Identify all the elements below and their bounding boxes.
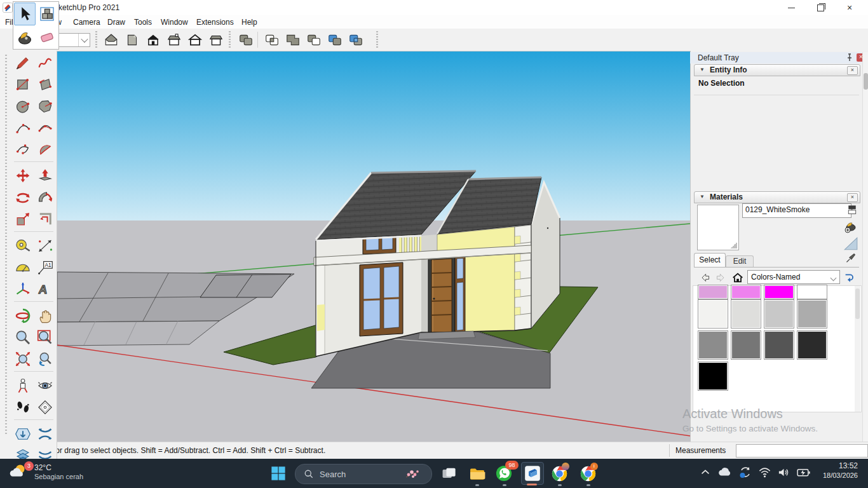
rectangle-tool[interactable] [11,74,34,95]
follow-me-tool[interactable] [34,187,56,208]
toolbar-grip[interactable] [376,31,378,48]
volume-icon[interactable] [777,466,790,482]
house-model[interactable] [314,171,560,356]
tab-edit[interactable]: Edit [726,255,754,267]
minimize-button[interactable] [776,0,806,15]
pan-tool[interactable] [34,305,56,327]
arc-tool[interactable] [11,117,34,139]
circle-tool[interactable] [11,95,34,117]
tray-scrollbar[interactable] [862,52,868,442]
start-button[interactable] [269,464,287,482]
rotated-rectangle-tool[interactable] [34,74,56,95]
menu-camera[interactable]: Camera [71,17,102,27]
material-swatch[interactable] [731,299,761,329]
walk-tool[interactable] [11,396,34,418]
search-box[interactable]: Search [295,464,432,484]
front-view-button[interactable] [144,30,163,49]
collapse-triangle-icon[interactable]: ▼ [700,67,705,72]
outer-shell-button[interactable] [236,30,255,49]
polygon-tool[interactable] [34,95,56,117]
make-component-tool[interactable] [36,3,58,25]
swatch-scrollbar[interactable] [855,286,860,412]
look-around-tool[interactable] [34,375,56,396]
pie-tool[interactable] [34,139,56,160]
default-material-icon[interactable] [843,236,859,254]
entity-info-header[interactable]: ▼ Entity Info × [694,64,860,76]
menu-window[interactable]: Window [159,17,190,27]
material-swatch[interactable] [698,362,728,391]
rotate-tool[interactable] [11,187,34,208]
select-tool[interactable] [14,3,36,25]
paint-bucket-tool[interactable] [14,26,36,49]
material-swatch[interactable] [698,330,728,360]
iso-view-button[interactable] [102,30,121,49]
details-arrow-icon[interactable] [843,271,857,284]
hidden-icons-chevron[interactable] [699,466,712,481]
style-combo[interactable] [56,33,90,47]
close-button[interactable]: × [835,0,864,15]
right-view-button[interactable] [207,30,226,49]
materials-close-button[interactable]: × [847,193,858,202]
previous-view-tool[interactable] [34,348,56,370]
material-swatch[interactable] [731,330,761,360]
material-swatch[interactable] [764,285,794,299]
position-camera-tool[interactable] [11,375,34,396]
battery-icon[interactable] [796,465,811,482]
create-material-icon[interactable] [843,220,857,236]
menu-draw[interactable]: Draw [105,17,127,27]
material-swatch[interactable] [698,285,728,299]
intersect-button[interactable] [262,30,281,49]
top-view-button[interactable] [123,30,142,49]
push-pull-tool[interactable] [34,165,56,187]
restore-button[interactable] [806,0,835,15]
task-view-button[interactable] [440,464,458,482]
protractor-tool[interactable] [11,257,34,278]
file-explorer-icon[interactable] [468,464,485,482]
zoom-extents-tool[interactable] [11,348,34,370]
entity-info-close-button[interactable]: × [847,66,858,75]
forward-arrow-icon[interactable] [714,271,728,284]
back-arrow-icon[interactable] [698,271,712,284]
line-tool[interactable] [11,52,34,74]
3d-text-tool[interactable]: A [34,278,56,300]
menu-extensions[interactable]: Extensions [194,17,236,27]
measurements-input[interactable] [736,444,868,458]
freehand-tool[interactable] [34,52,56,74]
weather-widget[interactable]: 3 32°C Sebagian cerah [9,461,83,482]
ext-wave-tool[interactable] [34,423,56,445]
secondary-pane-icon[interactable] [846,204,858,218]
toolbar-grip[interactable] [229,31,231,48]
material-swatch[interactable] [764,299,794,329]
back-view-button[interactable] [165,30,184,49]
scale-tool[interactable] [11,208,34,230]
toolbar-grip[interactable] [95,31,97,48]
material-swatch[interactable] [797,299,827,329]
zoom-tool[interactable] [11,327,34,348]
offset-tool[interactable] [34,208,56,230]
wifi-icon[interactable] [758,466,771,482]
material-swatch[interactable] [764,330,794,360]
collapse-triangle-icon[interactable]: ▼ [700,194,705,200]
collection-dropdown[interactable]: Colors-Named [747,270,840,284]
3d-viewport[interactable] [57,51,690,442]
pin-icon[interactable] [845,53,854,62]
union-button[interactable] [283,30,302,49]
section-plane-tool[interactable] [34,396,56,418]
left-view-button[interactable] [186,30,205,49]
axes-tool[interactable] [11,278,34,300]
trim-button[interactable] [325,30,344,49]
two-point-arc-tool[interactable] [34,117,56,139]
material-swatch[interactable] [797,285,827,299]
taskbar-clock[interactable]: 13:52 18/03/2026 [811,461,858,479]
menu-help[interactable]: Help [240,17,259,27]
material-swatch[interactable] [731,285,761,299]
subtract-button[interactable] [304,30,323,49]
text-tool[interactable]: A1 [34,257,56,278]
sketchup-taskbar-icon[interactable] [521,462,544,485]
tab-select[interactable]: Select [694,253,726,267]
onedrive-icon[interactable] [717,464,733,482]
materials-header[interactable]: ▼ Materials × [694,191,860,203]
toolbar-grip[interactable] [5,55,7,436]
combo-dropdown-button[interactable] [78,34,90,46]
dimension-tool[interactable] [34,235,56,257]
